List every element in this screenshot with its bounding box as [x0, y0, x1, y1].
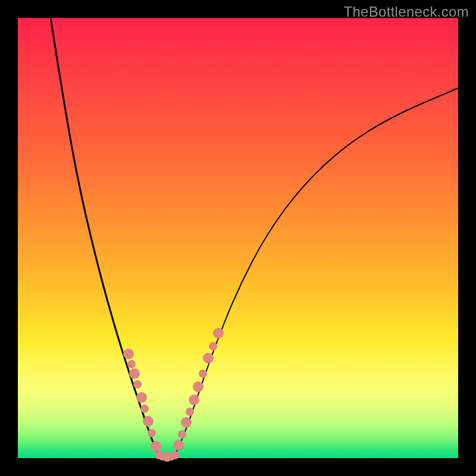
bead-marker: [171, 451, 179, 459]
bead-marker: [148, 429, 156, 437]
bead-marker: [178, 430, 186, 439]
chart-overlay: [18, 18, 458, 458]
bead-marker: [181, 417, 192, 428]
bead-marker: [136, 392, 147, 403]
bead-marker: [123, 349, 134, 359]
bead-marker: [127, 360, 136, 368]
bead-group: [123, 328, 224, 462]
bead-marker: [133, 380, 142, 389]
bead-marker: [151, 441, 161, 452]
bead-marker: [186, 408, 194, 416]
bead-marker: [193, 381, 203, 392]
left-curve: [51, 18, 159, 457]
bead-marker: [173, 440, 184, 450]
bead-marker: [203, 353, 214, 364]
right-curve: [174, 88, 458, 457]
bead-marker: [140, 405, 149, 413]
bead-marker: [213, 328, 224, 339]
bead-marker: [199, 369, 207, 378]
bead-marker: [209, 342, 217, 350]
bead-marker: [189, 394, 199, 405]
bead-marker: [143, 416, 154, 427]
watermark-text: TheBottleneck.com: [343, 4, 469, 20]
bead-marker: [129, 368, 140, 379]
chart-stage: TheBottleneck.com: [0, 0, 476, 476]
